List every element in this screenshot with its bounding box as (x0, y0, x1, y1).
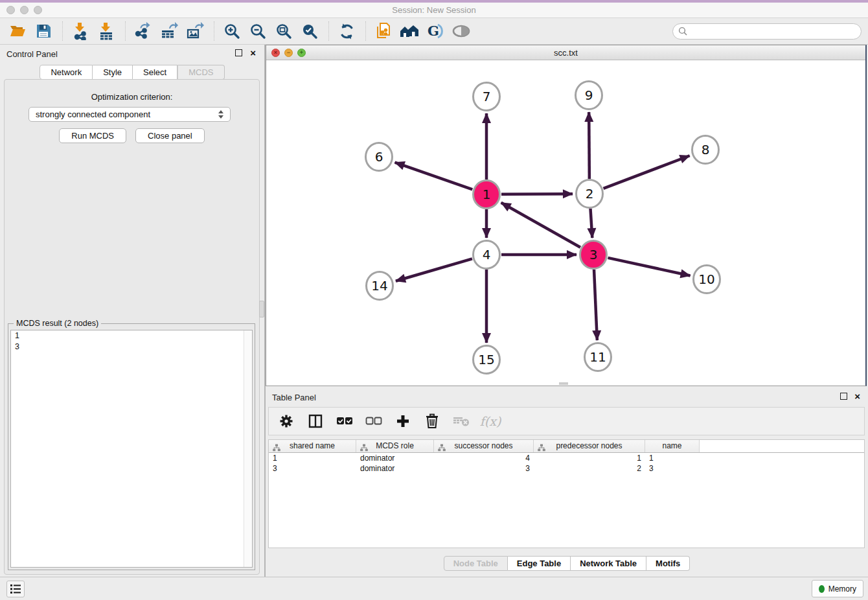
import-table-icon[interactable] (95, 21, 117, 41)
graph-node-4[interactable]: 4 (474, 241, 500, 269)
tab-network[interactable]: Network (40, 65, 93, 80)
table-cell[interactable]: 3 (269, 463, 356, 474)
zoom-out-icon[interactable] (247, 21, 269, 41)
float-table-panel-icon[interactable] (840, 393, 847, 400)
table-cell[interactable]: 1 (645, 453, 700, 463)
tab-select[interactable]: Select (133, 65, 177, 80)
search-icon (678, 27, 688, 39)
clone-network-icon[interactable] (372, 21, 394, 41)
svg-text:10: 10 (698, 271, 714, 287)
edge-2-3[interactable] (590, 209, 592, 238)
column-header-MCDS-role[interactable]: MCDS role (356, 440, 434, 452)
network-canvas[interactable]: 7968124314101511 (266, 60, 865, 386)
table-cell[interactable]: 4 (434, 453, 534, 463)
tab-style[interactable]: Style (93, 65, 133, 80)
graph-node-7[interactable]: 7 (474, 83, 500, 111)
graph-node-6[interactable]: 6 (366, 143, 393, 171)
column-header-successor-nodes[interactable]: successor nodes (434, 440, 534, 452)
open-session-icon[interactable] (6, 21, 29, 41)
table-cell[interactable]: dominator (356, 463, 434, 474)
close-table-panel-icon[interactable]: × (854, 390, 860, 403)
home-icon[interactable] (398, 21, 420, 41)
graph-node-3[interactable]: 3 (580, 241, 607, 269)
export-image-icon[interactable] (184, 21, 206, 41)
control-panel-header: Control Panel × (0, 45, 264, 63)
graph-node-14[interactable]: 14 (367, 272, 393, 300)
control-panel: Control Panel × NetworkStyleSelectMCDS O… (0, 45, 264, 577)
tab-network-table[interactable]: Network Table (571, 556, 646, 571)
column-header-predecessor-nodes[interactable]: predecessor nodes (534, 440, 645, 452)
title-bar: Session: New Session (0, 3, 868, 18)
columns-icon[interactable] (306, 411, 325, 431)
export-network-icon[interactable] (132, 21, 154, 41)
tab-edge-table[interactable]: Edge Table (508, 556, 571, 571)
edge-4-14[interactable] (396, 259, 472, 281)
splitter-handle[interactable] (259, 301, 264, 317)
table-row[interactable]: 3dominator323 (269, 463, 864, 474)
status-bar: Memory (0, 577, 868, 600)
task-history-button[interactable] (6, 581, 25, 597)
table-cell[interactable]: 3 (645, 463, 700, 474)
graph-node-15[interactable]: 15 (474, 346, 500, 374)
edge-1-2[interactable] (501, 194, 573, 194)
column-header-name[interactable]: name (645, 440, 700, 452)
close-panel-icon[interactable]: × (250, 47, 256, 60)
graph-node-11[interactable]: 11 (585, 343, 611, 371)
criterion-select[interactable]: strongly connected component (29, 107, 231, 122)
node-table: shared nameMCDS rolesuccessor nodesprede… (268, 439, 865, 548)
result-scrollbar[interactable] (244, 330, 252, 567)
function-builder-label: f(x) (480, 414, 501, 428)
table-tabs: Node TableEdge TableNetwork TableMotifs (266, 556, 868, 571)
float-panel-icon[interactable] (235, 49, 242, 56)
run-mcds-button[interactable]: Run MCDS (59, 128, 126, 143)
search-input[interactable] (672, 23, 862, 40)
edge-2-8[interactable] (604, 156, 690, 189)
column-header-shared-name[interactable]: shared name (269, 440, 356, 452)
export-table-icon[interactable] (158, 21, 180, 41)
memory-button[interactable]: Memory (812, 580, 863, 597)
eye-icon[interactable] (450, 21, 472, 41)
svg-text:11: 11 (589, 349, 606, 365)
graph-node-2[interactable]: 2 (577, 180, 603, 208)
table-cell[interactable]: 1 (269, 453, 356, 463)
close-panel-button[interactable]: Close panel (135, 128, 205, 143)
zoom-fit-icon[interactable] (273, 21, 295, 41)
graph-node-1[interactable]: 1 (474, 181, 500, 209)
table-toolbar: f(x) (268, 407, 865, 435)
graph-node-10[interactable]: 10 (694, 266, 720, 294)
frame-resize-grip[interactable] (559, 382, 568, 385)
edge-2-9[interactable] (589, 112, 589, 179)
tab-node-table[interactable]: Node Table (444, 556, 508, 571)
graph-node-8[interactable]: 8 (692, 136, 719, 164)
tab-motifs[interactable]: Motifs (646, 556, 690, 571)
svg-text:3: 3 (589, 247, 598, 262)
genemania-icon[interactable]: G (424, 21, 446, 41)
table-cell[interactable]: 1 (534, 453, 645, 463)
graph-node-9[interactable]: 9 (576, 82, 602, 110)
edge-3-10[interactable] (608, 258, 690, 276)
optimization-criterion-label: Optimization criterion: (5, 92, 259, 102)
refresh-layout-icon[interactable] (336, 21, 358, 41)
edge-3-11[interactable] (594, 270, 597, 340)
select-all-icon[interactable] (335, 411, 354, 431)
svg-text:8: 8 (702, 142, 710, 157)
zoom-selected-icon[interactable] (299, 21, 321, 41)
settings-icon[interactable] (277, 411, 296, 431)
tab-mcds[interactable]: MCDS (177, 65, 224, 80)
deselect-all-icon[interactable] (364, 411, 383, 431)
table-cell[interactable]: dominator (356, 453, 434, 463)
svg-text:9: 9 (585, 87, 593, 103)
zoom-in-icon[interactable] (221, 21, 243, 41)
edge-1-6[interactable] (395, 163, 473, 190)
network-frame-title: scc.txt (266, 45, 865, 60)
edge-3-1[interactable] (501, 203, 580, 248)
mcds-result-list[interactable]: 13 (10, 330, 253, 568)
delete-row-icon[interactable] (422, 411, 442, 431)
table-row[interactable]: 1dominator411 (269, 453, 864, 463)
application-window: Session: New Session G Control Panel × N… (0, 0, 868, 600)
table-cell[interactable]: 2 (534, 463, 645, 474)
add-row-icon[interactable] (393, 411, 413, 431)
import-network-icon[interactable] (69, 21, 91, 41)
table-cell[interactable]: 3 (434, 463, 534, 474)
save-session-icon[interactable] (32, 21, 54, 41)
